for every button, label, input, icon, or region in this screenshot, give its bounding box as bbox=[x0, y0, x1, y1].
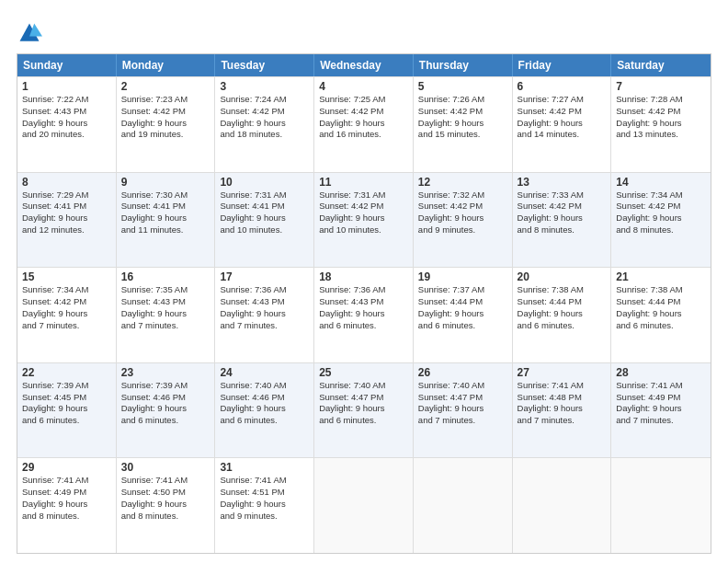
calendar-cell: 2Sunrise: 7:23 AMSunset: 4:42 PMDaylight… bbox=[117, 77, 216, 172]
cell-line: Sunset: 4:42 PM bbox=[220, 106, 309, 118]
cell-line: Sunrise: 7:41 AM bbox=[22, 475, 111, 487]
cell-line: Daylight: 9 hours bbox=[22, 499, 111, 511]
cell-line: Sunset: 4:47 PM bbox=[319, 392, 408, 404]
cell-line: and 10 minutes. bbox=[319, 224, 408, 236]
cell-line: and 8 minutes. bbox=[121, 511, 210, 523]
cell-line: Sunset: 4:42 PM bbox=[319, 106, 408, 118]
cell-line: Sunrise: 7:41 AM bbox=[220, 475, 309, 487]
cell-line: Sunset: 4:50 PM bbox=[121, 487, 210, 499]
cell-line: Sunset: 4:49 PM bbox=[22, 487, 111, 499]
cell-line: Daylight: 9 hours bbox=[22, 118, 111, 130]
cell-line: Daylight: 9 hours bbox=[518, 403, 607, 415]
cell-line: Sunrise: 7:34 AM bbox=[616, 190, 706, 201]
cell-line: and 7 minutes. bbox=[220, 320, 309, 332]
calendar-row: 29Sunrise: 7:41 AMSunset: 4:49 PMDayligh… bbox=[17, 457, 711, 553]
calendar-cell: 3Sunrise: 7:24 AMSunset: 4:42 PMDaylight… bbox=[215, 77, 314, 172]
calendar-cell: 6Sunrise: 7:27 AMSunset: 4:42 PMDaylight… bbox=[513, 77, 612, 172]
logo bbox=[17, 20, 46, 46]
cell-line: Daylight: 9 hours bbox=[121, 308, 210, 320]
cell-line: Sunrise: 7:27 AM bbox=[518, 94, 607, 106]
cell-line: Sunset: 4:45 PM bbox=[22, 392, 111, 404]
cell-line: Sunset: 4:42 PM bbox=[616, 106, 706, 118]
cell-line: Sunset: 4:42 PM bbox=[616, 201, 706, 213]
cell-line: Sunset: 4:44 PM bbox=[418, 296, 507, 308]
logo-icon bbox=[17, 20, 42, 46]
day-number: 28 bbox=[616, 366, 706, 379]
calendar-cell: 4Sunrise: 7:25 AMSunset: 4:42 PMDaylight… bbox=[314, 77, 414, 172]
calendar-cell: 21Sunrise: 7:38 AMSunset: 4:44 PMDayligh… bbox=[611, 268, 711, 362]
calendar-cell: 22Sunrise: 7:39 AMSunset: 4:45 PMDayligh… bbox=[17, 363, 117, 458]
cell-line: Sunrise: 7:40 AM bbox=[220, 380, 309, 392]
cell-line: Sunset: 4:46 PM bbox=[121, 392, 210, 404]
cell-line: Daylight: 9 hours bbox=[319, 118, 408, 130]
cell-line: Sunset: 4:42 PM bbox=[518, 106, 607, 118]
cell-line: Daylight: 9 hours bbox=[518, 213, 607, 224]
cell-line: Daylight: 9 hours bbox=[616, 118, 706, 130]
cell-line: Sunrise: 7:26 AM bbox=[418, 94, 507, 106]
calendar-cell: 16Sunrise: 7:35 AMSunset: 4:43 PMDayligh… bbox=[117, 268, 216, 362]
cell-line: Sunrise: 7:29 AM bbox=[22, 190, 111, 201]
calendar-header: SundayMondayTuesdayWednesdayThursdayFrid… bbox=[17, 54, 711, 76]
day-number: 7 bbox=[616, 80, 706, 93]
calendar-cell: 30Sunrise: 7:41 AMSunset: 4:50 PMDayligh… bbox=[117, 458, 216, 553]
cell-line: Daylight: 9 hours bbox=[121, 118, 210, 130]
cell-line: Sunrise: 7:33 AM bbox=[518, 190, 607, 201]
calendar-header-day: Sunday bbox=[17, 54, 117, 76]
calendar-cell: 26Sunrise: 7:40 AMSunset: 4:47 PMDayligh… bbox=[414, 363, 513, 458]
cell-line: Daylight: 9 hours bbox=[616, 403, 706, 415]
cell-line: Daylight: 9 hours bbox=[220, 499, 309, 511]
cell-line: Daylight: 9 hours bbox=[418, 118, 507, 130]
day-number: 11 bbox=[319, 176, 408, 189]
cell-line: Sunrise: 7:32 AM bbox=[418, 190, 507, 201]
day-number: 30 bbox=[121, 461, 210, 474]
cell-line: Sunrise: 7:23 AM bbox=[121, 94, 210, 106]
day-number: 5 bbox=[418, 80, 507, 93]
cell-line: Sunset: 4:43 PM bbox=[319, 296, 408, 308]
calendar-cell: 17Sunrise: 7:36 AMSunset: 4:43 PMDayligh… bbox=[215, 268, 314, 362]
cell-line: and 9 minutes. bbox=[220, 511, 309, 523]
calendar-cell: 8Sunrise: 7:29 AMSunset: 4:41 PMDaylight… bbox=[17, 173, 117, 268]
calendar-body: 1Sunrise: 7:22 AMSunset: 4:43 PMDaylight… bbox=[17, 76, 711, 553]
cell-line: and 11 minutes. bbox=[121, 224, 210, 236]
cell-line: Sunset: 4:48 PM bbox=[518, 392, 607, 404]
cell-line: Sunset: 4:41 PM bbox=[121, 201, 210, 213]
cell-line: Sunrise: 7:35 AM bbox=[121, 284, 210, 296]
cell-line: and 7 minutes. bbox=[22, 320, 111, 332]
cell-line: and 19 minutes. bbox=[121, 129, 210, 141]
calendar-cell: 7Sunrise: 7:28 AMSunset: 4:42 PMDaylight… bbox=[611, 77, 711, 172]
cell-line: Daylight: 9 hours bbox=[616, 308, 706, 320]
cell-line: Sunrise: 7:40 AM bbox=[319, 380, 408, 392]
calendar-cell: 14Sunrise: 7:34 AMSunset: 4:42 PMDayligh… bbox=[611, 173, 711, 268]
cell-line: Sunrise: 7:31 AM bbox=[220, 190, 309, 201]
cell-line: and 6 minutes. bbox=[22, 415, 111, 427]
cell-line: and 8 minutes. bbox=[22, 511, 111, 523]
cell-line: and 7 minutes. bbox=[418, 415, 507, 427]
cell-line: Daylight: 9 hours bbox=[220, 403, 309, 415]
cell-line: Sunset: 4:46 PM bbox=[220, 392, 309, 404]
cell-line: and 8 minutes. bbox=[518, 224, 607, 236]
cell-line: Sunset: 4:42 PM bbox=[319, 201, 408, 213]
day-number: 31 bbox=[220, 461, 309, 474]
cell-line: Sunrise: 7:37 AM bbox=[418, 284, 507, 296]
calendar-cell: 19Sunrise: 7:37 AMSunset: 4:44 PMDayligh… bbox=[414, 268, 513, 362]
calendar-cell: 12Sunrise: 7:32 AMSunset: 4:42 PMDayligh… bbox=[414, 173, 513, 268]
cell-line: Sunrise: 7:30 AM bbox=[121, 190, 210, 201]
cell-line: Daylight: 9 hours bbox=[319, 308, 408, 320]
cell-line: Sunrise: 7:28 AM bbox=[616, 94, 706, 106]
calendar-cell bbox=[513, 458, 612, 553]
cell-line: Sunrise: 7:41 AM bbox=[518, 380, 607, 392]
cell-line: and 10 minutes. bbox=[220, 224, 309, 236]
cell-line: Sunrise: 7:38 AM bbox=[518, 284, 607, 296]
calendar-cell: 5Sunrise: 7:26 AMSunset: 4:42 PMDaylight… bbox=[414, 77, 513, 172]
calendar-cell bbox=[314, 458, 414, 553]
calendar-cell: 27Sunrise: 7:41 AMSunset: 4:48 PMDayligh… bbox=[513, 363, 612, 458]
calendar-cell: 23Sunrise: 7:39 AMSunset: 4:46 PMDayligh… bbox=[117, 363, 216, 458]
calendar-cell: 29Sunrise: 7:41 AMSunset: 4:49 PMDayligh… bbox=[17, 458, 117, 553]
cell-line: Sunrise: 7:36 AM bbox=[220, 284, 309, 296]
calendar-cell bbox=[611, 458, 711, 553]
cell-line: Sunset: 4:43 PM bbox=[121, 296, 210, 308]
cell-line: and 18 minutes. bbox=[220, 129, 309, 141]
day-number: 6 bbox=[518, 80, 607, 93]
cell-line: and 20 minutes. bbox=[22, 129, 111, 141]
cell-line: Sunset: 4:44 PM bbox=[616, 296, 706, 308]
